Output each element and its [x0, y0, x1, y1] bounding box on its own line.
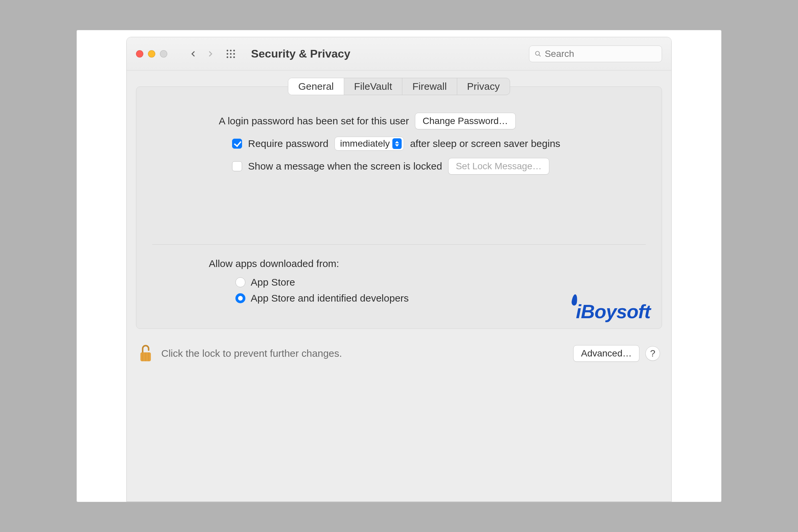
- require-password-label-pre: Require password: [248, 138, 328, 149]
- show-all-icon[interactable]: [226, 49, 236, 59]
- svg-point-8: [233, 56, 235, 58]
- window-controls: [136, 50, 167, 58]
- tabs: General FileVault Firewall Privacy: [288, 78, 510, 95]
- svg-point-6: [227, 56, 228, 58]
- radio-app-store-label: App Store: [251, 277, 295, 288]
- change-password-button[interactable]: Change Password…: [415, 113, 516, 129]
- close-button[interactable]: [136, 50, 143, 58]
- search-field[interactable]: [529, 45, 662, 62]
- fullscreen-button: [160, 50, 167, 58]
- back-button[interactable]: [190, 50, 197, 58]
- tab-firewall[interactable]: Firewall: [402, 78, 457, 95]
- page-background: Security & Privacy General FileVault Fir…: [76, 30, 722, 502]
- advanced-button[interactable]: Advanced…: [573, 345, 640, 362]
- svg-point-9: [536, 51, 540, 55]
- tab-privacy[interactable]: Privacy: [457, 78, 510, 95]
- show-lock-message-label: Show a message when the screen is locked: [248, 160, 442, 172]
- require-password-delay-select[interactable]: immediately: [335, 137, 404, 151]
- search-icon: [535, 50, 541, 58]
- allow-apps-label: Allow apps downloaded from:: [152, 258, 646, 269]
- svg-point-2: [233, 50, 235, 51]
- require-password-delay-value: immediately: [340, 138, 390, 149]
- watermark: iBoysoft: [571, 300, 650, 323]
- svg-point-7: [230, 56, 232, 58]
- window-title: Security & Privacy: [251, 47, 350, 60]
- require-password-checkbox[interactable]: [232, 139, 242, 149]
- radio-identified-developers-label: App Store and identified developers: [251, 292, 408, 304]
- svg-point-1: [230, 50, 232, 51]
- tab-filevault[interactable]: FileVault: [344, 78, 403, 95]
- nav-buttons: [190, 50, 214, 58]
- divider: [152, 244, 646, 245]
- svg-point-5: [233, 53, 235, 55]
- radio-identified-developers[interactable]: [235, 293, 245, 303]
- login-password-label: A login password has been set for this u…: [219, 115, 409, 127]
- require-password-label-post: after sleep or screen saver begins: [410, 138, 560, 149]
- svg-point-0: [227, 50, 228, 51]
- lock-icon[interactable]: [138, 344, 153, 363]
- help-button[interactable]: ?: [645, 346, 660, 361]
- forward-button: [207, 50, 214, 58]
- svg-line-10: [539, 55, 540, 56]
- svg-point-4: [230, 53, 232, 55]
- general-panel: A login password has been set for this u…: [136, 87, 662, 329]
- tab-general[interactable]: General: [288, 78, 344, 95]
- minimize-button[interactable]: [148, 50, 155, 58]
- show-lock-message-checkbox[interactable]: [232, 161, 242, 171]
- lock-hint-text: Click the lock to prevent further change…: [161, 348, 342, 359]
- preferences-window: Security & Privacy General FileVault Fir…: [126, 37, 672, 502]
- search-input[interactable]: [545, 49, 657, 59]
- radio-app-store[interactable]: [235, 277, 245, 287]
- select-stepper-icon: [392, 138, 402, 149]
- titlebar: Security & Privacy: [127, 37, 671, 71]
- svg-point-3: [227, 53, 228, 55]
- footer: Click the lock to prevent further change…: [127, 338, 671, 371]
- set-lock-message-button: Set Lock Message…: [448, 158, 549, 174]
